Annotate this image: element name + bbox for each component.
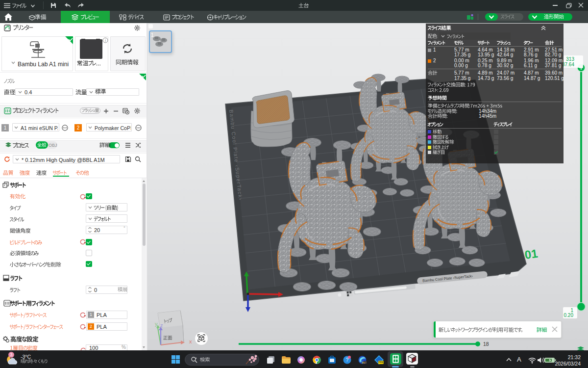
svg-text:PRE: PRE bbox=[378, 361, 384, 364]
svg-text:i: i bbox=[105, 38, 106, 43]
svg-text:META: META bbox=[362, 362, 367, 364]
